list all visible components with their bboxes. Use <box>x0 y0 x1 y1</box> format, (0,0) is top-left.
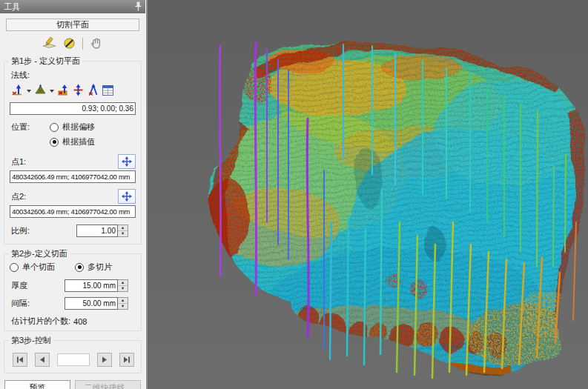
normal-vertical-icon[interactable] <box>72 84 85 98</box>
coordinates-table-icon[interactable] <box>102 84 114 98</box>
panel-titlebar: 工具 <box>0 0 145 13</box>
normal-from-view-icon[interactable] <box>34 84 47 98</box>
radio-by-interpolation-circle[interactable] <box>50 138 59 147</box>
panel-edge-highlight <box>146 0 148 389</box>
radio-by-offset-label: 根据偏移 <box>62 122 95 133</box>
disable-plane-icon[interactable] <box>63 37 76 51</box>
next-slice-button[interactable] <box>97 353 112 367</box>
radio-by-offset[interactable]: 根据偏移 <box>50 122 95 133</box>
slice-estimate-value: 408 <box>73 317 87 326</box>
radio-by-interpolation-label: 根据插值 <box>62 136 95 147</box>
preview-button[interactable]: 预览 <box>4 380 70 389</box>
previous-slice-button[interactable] <box>35 353 50 367</box>
thickness-label: 厚度 <box>11 280 65 291</box>
spin-up-icon[interactable]: ▲ <box>118 298 128 304</box>
grab-plane-icon[interactable] <box>90 37 103 51</box>
dropdown-caret-icon[interactable] <box>27 90 31 93</box>
point2-label: 点2: <box>11 191 26 202</box>
panel-title: 工具 <box>4 1 135 13</box>
step1-label: 第1步 - 定义切平面 <box>9 56 82 67</box>
scale-input[interactable] <box>76 225 118 237</box>
normal-label: 法线: <box>11 70 136 81</box>
first-slice-button[interactable] <box>13 353 27 367</box>
dialog-header: 切割平面 <box>6 19 139 31</box>
step3-group: 第3步-控制 <box>4 340 142 373</box>
thickness-spinner[interactable]: ▲▼ <box>118 279 128 292</box>
interval-label: 间隔: <box>11 298 65 309</box>
thickness-input[interactable] <box>65 279 118 292</box>
edit-plane-icon[interactable] <box>42 37 56 51</box>
radio-by-interpolation[interactable]: 根据插值 <box>50 136 95 147</box>
viewport-3d[interactable] <box>146 0 588 389</box>
dialog-toolbar <box>0 36 145 52</box>
slice-estimate-label: 估计切片的个数: <box>11 316 70 327</box>
step2-label: 第2步-定义切面 <box>9 248 70 259</box>
shortcut-2d-button[interactable]: 二维快捷线... <box>75 380 141 389</box>
radio-multi-slices-label: 多切片 <box>87 262 112 273</box>
normal-invert-icon[interactable] <box>57 84 70 98</box>
dropdown-caret-icon[interactable] <box>50 90 54 93</box>
point1-value-input[interactable] <box>10 170 136 183</box>
radio-single-section-label: 单个切面 <box>22 262 55 273</box>
spin-down-icon[interactable]: ▼ <box>118 304 128 309</box>
scale-label: 比例: <box>11 225 76 236</box>
point-cloud-scene <box>146 0 588 389</box>
step2-group: 第2步-定义切面 单个切面 多切片 厚度 ▲▼ 间隔: ▲▼ 估计切片的个数: … <box>4 253 142 331</box>
slice-transport-controls <box>13 353 134 367</box>
point1-label: 点1: <box>11 156 26 167</box>
radio-single-section-circle[interactable] <box>10 263 19 272</box>
pin-icon[interactable] <box>135 1 142 13</box>
normal-value-input[interactable] <box>10 102 136 115</box>
radio-by-offset-circle[interactable] <box>50 123 59 132</box>
radio-multi-slices-circle[interactable] <box>75 263 84 272</box>
interval-input[interactable] <box>65 297 118 310</box>
app-window: { "panel": { "title": "工具", "header": "切… <box>0 0 588 389</box>
spin-down-icon[interactable]: ▼ <box>118 286 128 291</box>
radio-single-section[interactable]: 单个切面 <box>10 262 75 273</box>
radio-multi-slices[interactable]: 多切片 <box>75 262 112 273</box>
normal-icons-row <box>11 84 136 98</box>
toolbar-separator <box>82 38 83 50</box>
interval-spinner[interactable]: ▲▼ <box>118 297 128 310</box>
last-slice-button[interactable] <box>119 353 134 367</box>
spin-down-icon[interactable]: ▼ <box>118 231 128 236</box>
slice-index-input[interactable] <box>57 353 90 366</box>
step3-label: 第3步-控制 <box>9 335 53 346</box>
pick-point1-button[interactable] <box>118 154 136 169</box>
step1-group: 第1步 - 定义切平面 法线: <box>4 61 142 245</box>
tools-panel: 工具 切割平面 第1步 - 定义切平面 法线: <box>0 0 146 389</box>
normal-from-axis-icon[interactable] <box>11 84 24 98</box>
scale-spinner[interactable]: ▲▼ <box>118 225 128 237</box>
pick-point2-button[interactable] <box>118 189 136 204</box>
normal-align-icon[interactable] <box>87 84 99 98</box>
position-label: 位置: <box>11 122 50 133</box>
spin-up-icon[interactable]: ▲ <box>118 280 128 286</box>
spin-up-icon[interactable]: ▲ <box>118 225 128 231</box>
point2-value-input[interactable] <box>10 205 136 218</box>
